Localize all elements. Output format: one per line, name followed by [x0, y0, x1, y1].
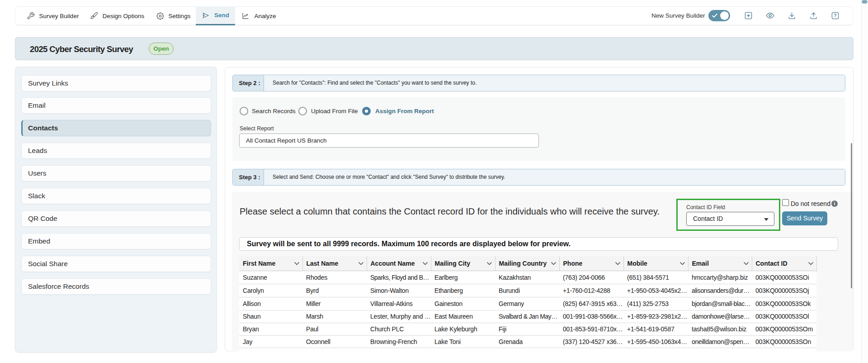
- svg-text:?: ?: [834, 13, 836, 18]
